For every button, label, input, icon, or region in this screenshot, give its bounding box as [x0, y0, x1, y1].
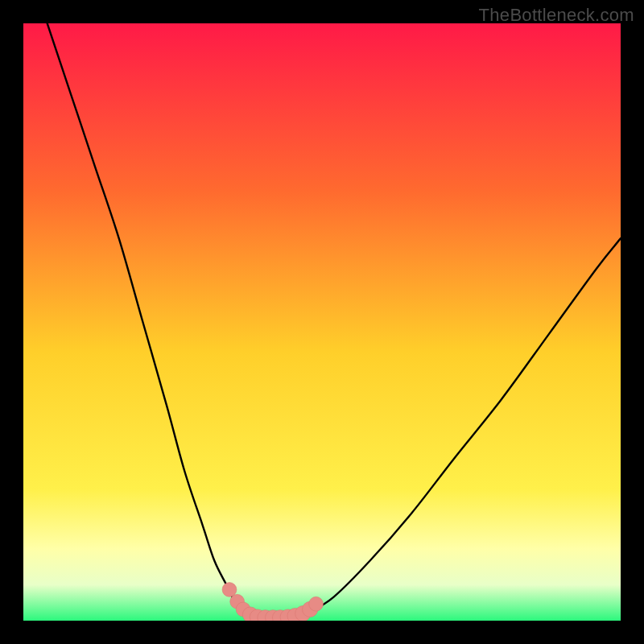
chart-svg [23, 23, 621, 621]
bead [222, 583, 237, 597]
gradient-bg [23, 23, 621, 621]
chart-frame: TheBottleneck.com [0, 0, 644, 644]
watermark-text: TheBottleneck.com [479, 5, 634, 26]
plot-area [23, 23, 621, 621]
bead [309, 597, 324, 611]
